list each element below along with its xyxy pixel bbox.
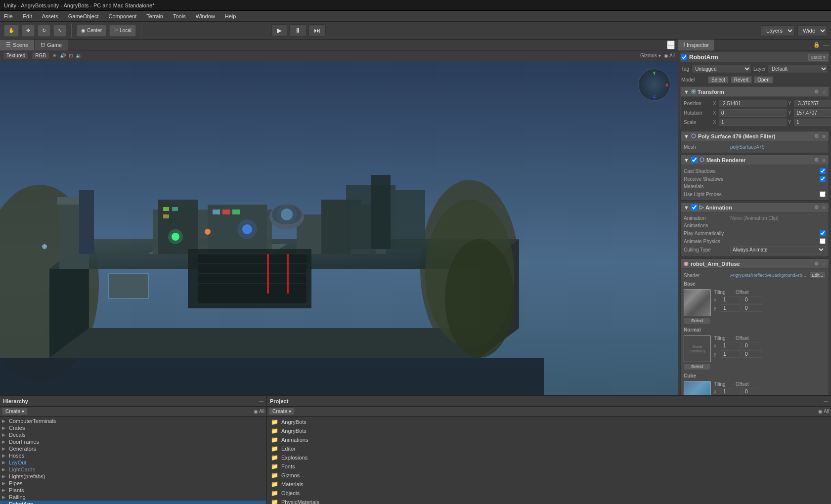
normal-tiling-x[interactable] [721, 342, 741, 349]
hier-item-decals[interactable]: ▶ Decals [0, 431, 266, 438]
hier-item-pipes[interactable]: ▶ Pipes [0, 480, 266, 487]
menu-edit[interactable]: Edit [21, 12, 34, 20]
proj-item-animations[interactable]: 📁 Animations [269, 435, 829, 444]
lock-icon[interactable]: 🔒 [813, 42, 820, 48]
mesh-filter-header[interactable]: ▼ ⬡ Poly Surface 479 (Mesh Filter) ⚙ ≡ [681, 131, 829, 141]
effect-icon2[interactable]: 🔊 [60, 53, 66, 58]
base-tiling-x[interactable] [721, 296, 741, 303]
mat-settings[interactable]: ⚙ [814, 261, 819, 266]
hier-item-computer-terminals[interactable]: ▶ ComputerTerminals [0, 418, 266, 424]
menu-assets[interactable]: Assets [40, 12, 60, 20]
menu-help[interactable]: Help [223, 12, 238, 20]
gizmos-btn[interactable]: Gizmos ▾ [640, 53, 661, 58]
effect-icon3[interactable]: ⊡ [69, 53, 73, 58]
base-offset-x[interactable] [743, 296, 762, 303]
hier-item-crates[interactable]: ▶ Crates [0, 424, 266, 431]
proj-item-physic[interactable]: 📁 PhysicMaterials [269, 498, 829, 504]
scale-tool-btn[interactable]: ⤡ [53, 25, 66, 37]
hier-item-railing[interactable]: ▶ Railing [0, 494, 266, 501]
rot-x-input[interactable] [719, 109, 787, 117]
hand-tool-btn[interactable]: ✋ [4, 25, 19, 37]
normal-offset-y[interactable] [743, 350, 762, 358]
normal-select-btn[interactable]: Select [684, 363, 711, 370]
proj-create-btn[interactable]: Create ▾ [269, 408, 295, 415]
anim-settings[interactable]: ⚙ [814, 205, 819, 210]
proj-item-editor[interactable]: 📁 Editor [269, 444, 829, 453]
space-btn[interactable]: ⚐ Local [109, 25, 136, 37]
pivot-btn[interactable]: ◉ Center [77, 25, 106, 37]
cube-texture-preview[interactable] [684, 381, 711, 395]
game-tab[interactable]: ⊡ Game [35, 40, 68, 50]
normal-texture-preview[interactable]: None(Texture) [684, 335, 711, 362]
menu-window[interactable]: Window [194, 12, 217, 20]
transform-header[interactable]: ▼ ⊞ Transform ⚙ ≡ [681, 87, 829, 97]
static-badge[interactable]: Static ▾ [808, 54, 828, 61]
proj-item-angrybots1[interactable]: 📁 AngryBots [269, 418, 829, 426]
hier-item-robotarm[interactable]: RobotArm [0, 501, 266, 504]
effect-icon1[interactable]: ☀ [52, 53, 57, 58]
hier-item-lightcards[interactable]: ▶ LightCards [0, 466, 266, 473]
base-select-btn[interactable]: Select [684, 317, 711, 324]
tag-select[interactable]: Untagged [691, 65, 751, 73]
viewport[interactable]: Y X Z [0, 61, 678, 395]
cast-shadows-checkbox[interactable] [820, 168, 826, 174]
revert-model-btn[interactable]: Revert [731, 76, 752, 84]
menu-file[interactable]: File [2, 12, 15, 20]
hier-item-lights[interactable]: ▶ Lights(prefabs) [0, 473, 266, 480]
hier-create-btn[interactable]: Create ▾ [2, 408, 28, 415]
cube-offset-x[interactable] [743, 388, 762, 395]
scale-y-input[interactable] [794, 119, 831, 126]
mat-menu-icon[interactable]: ≡ [823, 261, 826, 267]
hier-item-plants[interactable]: ▶ Plants [0, 487, 266, 494]
layout-dropdown[interactable]: Wide [797, 25, 827, 36]
open-model-btn[interactable]: Open [754, 76, 773, 84]
base-offset-y[interactable] [743, 304, 762, 312]
play-button[interactable]: ▶ [271, 24, 287, 37]
step-button[interactable]: ⏭ [308, 24, 326, 37]
scale-x-input[interactable] [719, 119, 787, 126]
proj-item-materials[interactable]: 📁 Materials [269, 480, 829, 489]
scene-tab[interactable]: ☰ Scene [0, 40, 35, 50]
hier-item-generators[interactable]: ▶ Generators [0, 445, 266, 452]
proj-item-angrybots2[interactable]: 📁 AngryBots [269, 426, 829, 435]
base-tiling-y[interactable] [721, 304, 741, 312]
play-auto-checkbox[interactable] [820, 230, 826, 236]
menu-tools[interactable]: Tools [171, 12, 188, 20]
navigation-gizmo[interactable]: Y X Z [638, 69, 670, 101]
hier-item-doorframes[interactable]: ▶ DoorFrames [0, 438, 266, 445]
menu-component[interactable]: Component [106, 12, 138, 20]
menu-gameobject[interactable]: GameObject [66, 12, 101, 20]
rotate-tool-btn[interactable]: ↻ [38, 25, 50, 37]
normal-offset-x[interactable] [743, 342, 762, 349]
hierarchy-collapse-btn[interactable]: — [259, 399, 263, 404]
object-active-checkbox[interactable] [681, 54, 687, 60]
pause-button[interactable]: ⏸ [289, 24, 306, 37]
culling-type-select[interactable]: Always Animate [730, 246, 826, 253]
layers-dropdown[interactable]: Layers [761, 25, 794, 36]
animate-physics-checkbox[interactable] [820, 238, 826, 244]
proj-item-objects[interactable]: 📁 Objects [269, 489, 829, 498]
mf-settings[interactable]: ⚙ [814, 133, 819, 139]
cube-tiling-x[interactable] [721, 388, 741, 395]
hier-item-layout[interactable]: ▶ LayOut [0, 459, 266, 466]
shading-mode[interactable]: Textured [3, 52, 29, 59]
mesh-renderer-header[interactable]: ▼ ⬡ Mesh Renderer ⚙ ≡ [681, 155, 829, 165]
move-tool-btn[interactable]: ✥ [22, 25, 35, 37]
pos-y-input[interactable] [794, 100, 831, 107]
menu-terrain[interactable]: Terrain [144, 12, 165, 20]
inspector-tab[interactable]: ℹ Inspector [678, 40, 714, 50]
mr-enabled-checkbox[interactable] [691, 157, 698, 163]
normal-tiling-y[interactable] [721, 350, 741, 358]
transform-settings[interactable]: ⚙ [814, 89, 819, 94]
edit-shader-btn[interactable]: Edit... [809, 272, 826, 279]
pos-x-input[interactable] [719, 100, 787, 107]
rgb-mode[interactable]: RGB [32, 52, 49, 59]
inspector-collapse-btn[interactable]: — [823, 42, 829, 48]
select-model-btn[interactable]: Select [708, 76, 729, 84]
anim-menu-icon[interactable]: ≡ [823, 205, 826, 210]
material-header[interactable]: ◉ robot_Arm_Diffuse ⚙ ≡ [681, 259, 829, 269]
base-texture-preview[interactable] [684, 289, 711, 316]
mr-menu-icon[interactable]: ≡ [823, 157, 826, 163]
scene-collapse-btn[interactable]: — [667, 41, 675, 49]
rot-y-input[interactable] [794, 109, 831, 117]
